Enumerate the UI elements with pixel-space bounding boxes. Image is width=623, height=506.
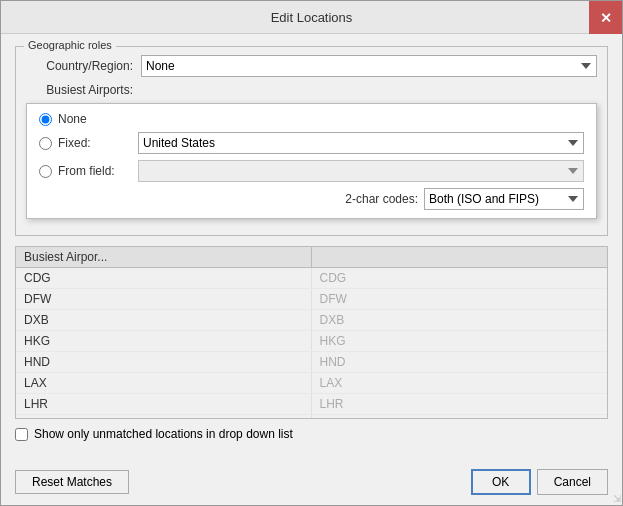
table-cell-left: HND <box>16 352 312 372</box>
table-cell-right: CDG <box>312 268 608 288</box>
table-row[interactable]: ORDORD <box>16 415 607 418</box>
two-char-codes-select[interactable]: Both (ISO and FIPS) <box>424 188 584 210</box>
ok-button[interactable]: OK <box>471 469 531 495</box>
two-char-row: 2-char codes: Both (ISO and FIPS) <box>39 188 584 210</box>
dropdown-popup: None Fixed: United States From field: <box>26 103 597 219</box>
table-cell-left: LAX <box>16 373 312 393</box>
table-cell-right: LAX <box>312 373 608 393</box>
edit-locations-dialog: Edit Locations ✕ Geographic roles Countr… <box>0 0 623 506</box>
radio-from-field[interactable] <box>39 165 52 178</box>
table-cell-left: ORD <box>16 415 312 418</box>
busiest-airports-row: Busiest Airports: <box>26 83 597 97</box>
table-cell-right: DXB <box>312 310 608 330</box>
locations-table: Busiest Airpor... CDGCDGDFWDFWDXBDXBHKGH… <box>15 246 608 419</box>
reset-matches-button[interactable]: Reset Matches <box>15 470 129 494</box>
cancel-button[interactable]: Cancel <box>537 469 608 495</box>
fixed-country-select[interactable]: United States <box>138 132 584 154</box>
footer-right: OK Cancel <box>471 469 608 495</box>
checkbox-row: Show only unmatched locations in drop do… <box>15 427 608 441</box>
table-header: Busiest Airpor... <box>16 247 607 268</box>
resize-handle[interactable]: ⇲ <box>613 494 621 504</box>
radio-fixed-row: Fixed: United States <box>39 132 584 154</box>
table-row[interactable]: DFWDFW <box>16 289 607 310</box>
table-row[interactable]: CDGCDG <box>16 268 607 289</box>
show-unmatched-checkbox[interactable] <box>15 428 28 441</box>
table-cell-right: HKG <box>312 331 608 351</box>
titlebar: Edit Locations ✕ <box>1 1 622 34</box>
close-button[interactable]: ✕ <box>589 1 622 34</box>
two-char-select-container: Both (ISO and FIPS) <box>424 188 584 210</box>
radio-fixed[interactable] <box>39 137 52 150</box>
dialog-body: Geographic roles Country/Region: None Bu… <box>1 34 622 463</box>
table-row[interactable]: HNDHND <box>16 352 607 373</box>
close-icon: ✕ <box>600 10 612 26</box>
table-cell-right: DFW <box>312 289 608 309</box>
col-left-header: Busiest Airpor... <box>16 247 312 267</box>
table-row[interactable]: LAXLAX <box>16 373 607 394</box>
geographic-roles-legend: Geographic roles <box>24 39 116 51</box>
from-field-select[interactable] <box>138 160 584 182</box>
radio-none-label: None <box>58 112 138 126</box>
table-cell-right: ORD <box>312 415 608 418</box>
fixed-select-container: United States <box>138 132 584 154</box>
busiest-airports-label: Busiest Airports: <box>26 83 141 97</box>
country-label: Country/Region: <box>26 59 141 73</box>
dialog-title: Edit Locations <box>271 10 353 25</box>
table-cell-right: LHR <box>312 394 608 414</box>
table-row[interactable]: HKGHKG <box>16 331 607 352</box>
radio-fixed-label: Fixed: <box>58 136 138 150</box>
table-cell-left: CDG <box>16 268 312 288</box>
table-cell-left: DXB <box>16 310 312 330</box>
table-body[interactable]: CDGCDGDFWDFWDXBDXBHKGHKGHNDHNDLAXLAXLHRL… <box>16 268 607 418</box>
show-unmatched-label: Show only unmatched locations in drop do… <box>34 427 293 441</box>
from-field-select-container <box>138 160 584 182</box>
country-region-row: Country/Region: None <box>26 55 597 77</box>
table-cell-left: HKG <box>16 331 312 351</box>
col-right-header <box>312 247 608 267</box>
radio-none-row: None <box>39 112 584 126</box>
table-cell-right: HND <box>312 352 608 372</box>
country-control: None <box>141 55 597 77</box>
table-row[interactable]: LHRLHR <box>16 394 607 415</box>
radio-from-field-row: From field: <box>39 160 584 182</box>
table-cell-left: LHR <box>16 394 312 414</box>
two-char-label: 2-char codes: <box>345 192 418 206</box>
radio-none[interactable] <box>39 113 52 126</box>
country-select[interactable]: None <box>141 55 597 77</box>
geographic-roles-group: Geographic roles Country/Region: None Bu… <box>15 46 608 236</box>
table-cell-left: DFW <box>16 289 312 309</box>
table-row[interactable]: DXBDXB <box>16 310 607 331</box>
radio-from-field-label: From field: <box>58 164 138 178</box>
dialog-footer: Reset Matches OK Cancel <box>1 463 622 505</box>
